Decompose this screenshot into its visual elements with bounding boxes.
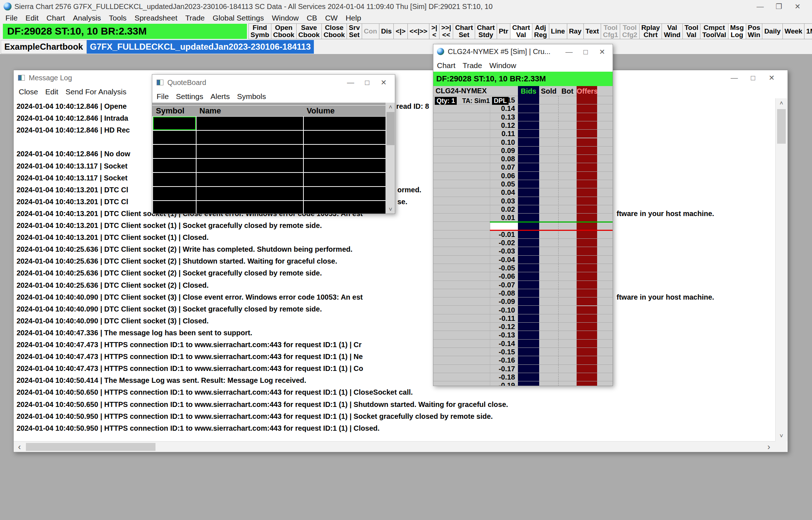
dom-sold-cell[interactable]: [539, 214, 558, 221]
dom-price-cell[interactable]: 0.06: [490, 172, 518, 180]
dom-sold-cell[interactable]: [539, 239, 558, 247]
quoteboard-cell-symbol[interactable]: [153, 117, 196, 130]
dom-price-cell[interactable]: -0.10: [490, 306, 518, 314]
restore-icon[interactable]: ❐: [770, 0, 788, 13]
dom-offers-cell[interactable]: [577, 297, 597, 305]
dom-bot-cell[interactable]: [558, 247, 577, 255]
dom-sold-cell[interactable]: [539, 289, 558, 297]
dom-offers-cell[interactable]: [577, 197, 597, 205]
quoteboard-cell-name[interactable]: [197, 117, 303, 130]
dom-offers-cell[interactable]: [577, 314, 597, 322]
minimize-icon[interactable]: —: [342, 76, 359, 89]
dom-offers-cell[interactable]: [577, 306, 597, 314]
dom-offers-cell[interactable]: [577, 356, 597, 364]
dom-offers-cell[interactable]: [577, 172, 597, 180]
dom-bot-cell[interactable]: [558, 297, 577, 305]
dom-sold-cell[interactable]: [539, 331, 558, 339]
menu-item-chart[interactable]: Chart: [42, 14, 69, 22]
dom-price-cell[interactable]: -0.07: [490, 281, 518, 289]
toolbar-button-1m[interactable]: 1M: [804, 23, 812, 39]
dom-sold-cell[interactable]: [539, 340, 558, 348]
dom-sold-cell[interactable]: [539, 180, 558, 188]
dom-price-cell[interactable]: 0.14: [490, 104, 518, 112]
menu-item-help[interactable]: Help: [342, 14, 365, 22]
dom-offers-cell[interactable]: [577, 381, 597, 386]
maximize-icon[interactable]: □: [577, 46, 594, 58]
chartbook-tab-g7fx-fulldeckcl-updatedjan2023[interactable]: G7FX_FULLDECKCL_updatedJan2023-230106-18…: [87, 40, 314, 54]
dom-price-cell[interactable]: -0.13: [490, 331, 518, 339]
dom-bot-cell[interactable]: [558, 281, 577, 289]
dom-offers-cell[interactable]: [577, 205, 597, 213]
dom-sold-cell[interactable]: [539, 121, 558, 129]
quoteboard-column-header-symbol[interactable]: Symbol: [156, 106, 184, 116]
quoteboard-cell-volume[interactable]: [304, 201, 385, 214]
dom-offers-cell[interactable]: [577, 281, 597, 289]
log-menu-close[interactable]: Close: [15, 88, 42, 96]
dom-sold-cell[interactable]: [539, 381, 558, 386]
dom-price-cell[interactable]: -0.11: [490, 314, 518, 322]
dom-price-cell[interactable]: 0.07: [490, 163, 518, 171]
dom-price-cell[interactable]: -0.08: [490, 289, 518, 297]
dom-sold-cell[interactable]: [539, 138, 558, 146]
dom-sold-cell[interactable]: [539, 281, 558, 289]
dom-price-cell[interactable]: -0.04: [490, 256, 518, 264]
minimize-icon[interactable]: —: [561, 46, 577, 58]
dom-bot-cell[interactable]: [558, 138, 577, 146]
menu-item-cw[interactable]: CW: [321, 14, 342, 22]
quoteboard-cell-name[interactable]: [197, 159, 303, 172]
dom-offers-cell[interactable]: [577, 247, 597, 255]
dom-price-cell[interactable]: -0.12: [490, 323, 518, 331]
dom-bot-cell[interactable]: [558, 222, 577, 230]
menu-item-global-settings[interactable]: Global Settings: [209, 14, 268, 22]
scroll-down-icon[interactable]: ˅: [385, 206, 395, 214]
dom-sold-cell[interactable]: [539, 314, 558, 322]
dom-offers-cell[interactable]: [577, 272, 597, 280]
dom-price-cell[interactable]: 0.01: [490, 214, 518, 221]
dom-price-cell[interactable]: -0.16: [490, 356, 518, 364]
dom-bot-cell[interactable]: [558, 356, 577, 364]
scrollbar-thumb[interactable]: [777, 109, 786, 144]
dom-offers-cell[interactable]: [577, 155, 597, 163]
scroll-up-icon[interactable]: ˄: [385, 103, 395, 111]
quoteboard-menu-file[interactable]: File: [153, 92, 172, 101]
dom-sold-cell[interactable]: [539, 256, 558, 264]
toolbar-button-week[interactable]: Week: [783, 23, 804, 39]
dom-bot-cell[interactable]: [558, 113, 577, 121]
dom-offers-cell[interactable]: [577, 138, 597, 146]
quoteboard-cell-symbol[interactable]: [153, 159, 196, 172]
dom-sold-cell[interactable]: [539, 297, 558, 305]
quoteboard-cell-volume[interactable]: [304, 145, 385, 158]
dom-offers-cell[interactable]: [577, 214, 597, 221]
dom-price-cell[interactable]: -0.18: [490, 373, 518, 381]
dom-bot-cell[interactable]: [558, 256, 577, 264]
dom-price-cell[interactable]: -0.14: [490, 340, 518, 348]
toolbar-button-val-wind[interactable]: Val Wind: [662, 23, 682, 39]
dom-sold-cell[interactable]: [539, 222, 558, 230]
dom-offers-cell[interactable]: [577, 256, 597, 264]
dom-bot-cell[interactable]: [558, 197, 577, 205]
quoteboard-cell-name[interactable]: [197, 145, 303, 158]
dom-price-cell[interactable]: 0.08: [490, 155, 518, 163]
dom-offers-cell[interactable]: [577, 289, 597, 297]
minimize-icon[interactable]: —: [751, 0, 770, 13]
close-icon[interactable]: ✕: [788, 0, 807, 13]
dom-bot-cell[interactable]: [558, 96, 577, 104]
dom-bot-cell[interactable]: [558, 264, 577, 272]
dom-price-cell[interactable]: 0.11: [490, 130, 518, 138]
dom-sold-cell[interactable]: [539, 172, 558, 180]
quoteboard-cell-symbol[interactable]: [153, 145, 196, 158]
toolbar-button-open-cbook[interactable]: Open Cbook: [271, 23, 297, 39]
dom-price-cell[interactable]: -0.09: [490, 297, 518, 305]
toolbar-button-cmpct-toolval[interactable]: Cmpct ToolVal: [700, 23, 728, 39]
quoteboard-menu-alerts[interactable]: Alerts: [207, 92, 234, 101]
dom-offers-cell[interactable]: [577, 222, 597, 230]
dom-bot-cell[interactable]: [558, 239, 577, 247]
dom-sold-cell[interactable]: [539, 130, 558, 138]
toolbar-button-chart-val[interactable]: Chart Val: [510, 23, 532, 39]
dom-price-cell[interactable]: 0.05: [490, 180, 518, 188]
dom-bot-cell[interactable]: [558, 230, 577, 238]
dom-bot-cell[interactable]: [558, 214, 577, 221]
toolbar-button-adj-reg[interactable]: Adj Reg: [532, 23, 549, 39]
dom-sold-cell[interactable]: [539, 230, 558, 238]
dom-sold-cell[interactable]: [539, 205, 558, 213]
